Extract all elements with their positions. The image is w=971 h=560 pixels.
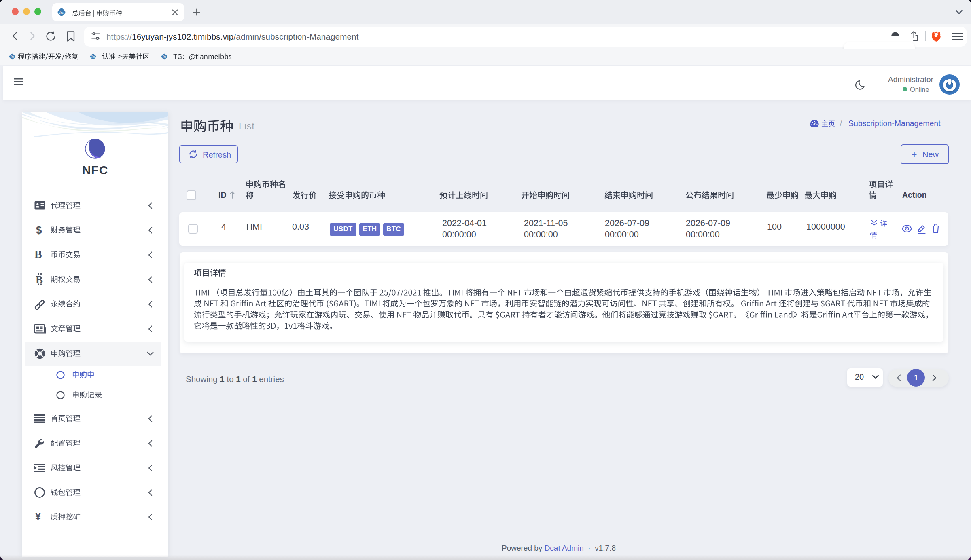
svg-text:Tm: Tm <box>10 55 14 59</box>
svg-text:Tm: Tm <box>162 55 166 59</box>
svg-text:Tm: Tm <box>59 10 64 15</box>
svg-text:B: B <box>36 274 43 286</box>
svg-text:Tm: Tm <box>91 55 95 59</box>
